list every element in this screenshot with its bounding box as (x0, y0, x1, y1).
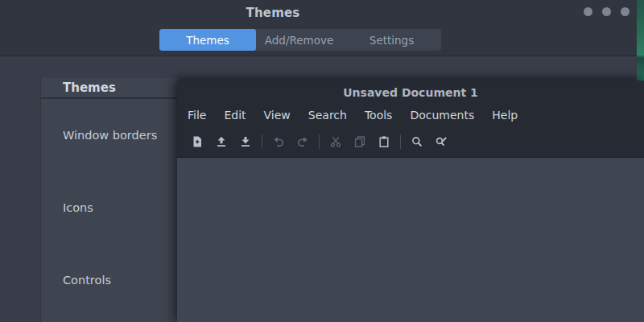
editor-menubar: File Edit View Search Tools Documents He… (177, 104, 644, 126)
redo-icon (296, 135, 309, 148)
editor-chrome: Unsaved Document 1 File Edit View Search… (177, 80, 644, 158)
paste-icon (378, 135, 390, 148)
save-button[interactable] (233, 131, 258, 152)
window-control-dot[interactable] (602, 7, 611, 16)
tab-add-remove[interactable]: Add/Remove (256, 29, 342, 51)
toolbar-separator (319, 134, 320, 149)
editor-window: Unsaved Document 1 File Edit View Search… (177, 80, 644, 322)
tab-switcher: Themes Add/Remove Settings (159, 29, 441, 51)
new-document-button[interactable] (185, 131, 209, 152)
cut-icon (329, 135, 342, 148)
toolbar-separator (262, 134, 262, 149)
find-icon (411, 135, 423, 148)
sidebar-item-controls[interactable]: Controls (41, 244, 179, 316)
window-controls (584, 7, 630, 16)
menu-view[interactable]: View (255, 109, 299, 122)
open-button[interactable] (209, 131, 233, 152)
undo-icon (272, 135, 285, 148)
find-button[interactable] (405, 131, 429, 152)
editor-window-title: Unsaved Document 1 (177, 80, 644, 104)
save-icon (239, 135, 252, 148)
window-control-dot[interactable] (584, 7, 592, 16)
settings-window-title: Themes (0, 6, 546, 20)
editor-text-area[interactable] (177, 158, 644, 322)
menu-file[interactable]: File (179, 109, 215, 122)
copy-icon (353, 135, 366, 148)
menu-tools[interactable]: Tools (356, 109, 402, 122)
sidebar-header: Themes (41, 78, 179, 99)
desktop: Themes Themes Add/Remove Settings Themes… (0, 0, 644, 322)
new-document-icon (191, 135, 204, 148)
desktop-wallpaper-strip (637, 0, 644, 80)
tab-settings[interactable]: Settings (342, 29, 441, 51)
cut-button[interactable] (324, 131, 348, 152)
find-and-replace-icon (435, 135, 448, 148)
paste-button[interactable] (372, 131, 396, 152)
tab-themes[interactable]: Themes (159, 29, 256, 51)
toolbar-separator (400, 134, 401, 149)
themes-sidebar: Themes Window borders Icons Controls (40, 78, 179, 322)
open-icon (215, 135, 228, 148)
menu-search[interactable]: Search (299, 109, 356, 122)
sidebar-item-icons[interactable]: Icons (41, 171, 179, 244)
menu-edit[interactable]: Edit (215, 109, 254, 122)
window-control-dot[interactable] (621, 7, 630, 16)
menu-help[interactable]: Help (483, 109, 526, 122)
copy-button[interactable] (348, 131, 372, 152)
redo-button[interactable] (291, 131, 315, 152)
sidebar-item-window-borders[interactable]: Window borders (41, 99, 179, 171)
find-replace-button[interactable] (429, 131, 453, 152)
menu-documents[interactable]: Documents (401, 109, 483, 122)
editor-toolbar (177, 126, 644, 157)
settings-window-headerbar: Themes Themes Add/Remove Settings (0, 0, 637, 56)
undo-button[interactable] (266, 131, 291, 152)
